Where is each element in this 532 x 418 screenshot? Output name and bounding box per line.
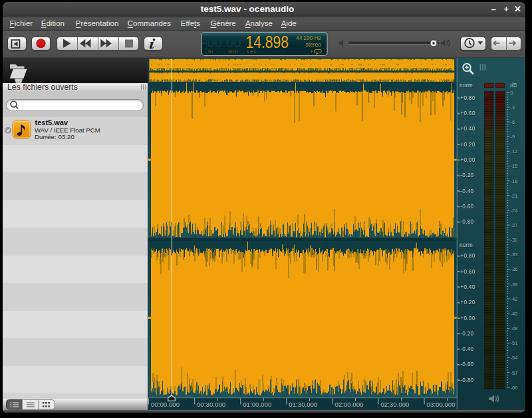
svg-text:-00:00:: -00:00:	[202, 33, 245, 51]
svg-text:sec: sec	[247, 49, 257, 55]
svg-text:Durrée: 03:20: Durrée: 03:20	[35, 133, 74, 140]
svg-text:44 100 Hz: 44 100 Hz	[296, 35, 321, 41]
svg-text:min: min	[228, 49, 239, 55]
svg-text:WAV / IEEE Float PCM: WAV / IEEE Float PCM	[35, 126, 100, 134]
svg-text:stereo: stereo	[305, 41, 321, 48]
svg-text:smpl: smpl	[272, 49, 286, 55]
svg-text:test5.wav: test5.wav	[35, 118, 68, 126]
svg-text:hr: hr	[208, 49, 214, 55]
